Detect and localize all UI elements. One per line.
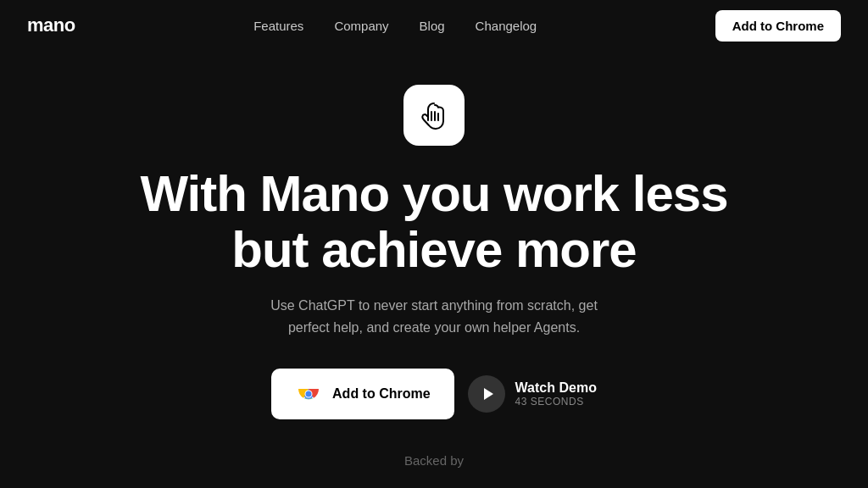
nav-links: Features Company Blog Changelog <box>253 19 537 33</box>
nav-add-to-chrome-button[interactable]: Add to Chrome <box>715 10 841 42</box>
logo: mano <box>27 14 75 36</box>
hero-title: With Mano you work less but achieve more <box>140 166 727 278</box>
app-icon-svg <box>415 97 453 134</box>
navbar: mano Features Company Blog Changelog Add… <box>0 0 868 51</box>
watch-demo-button[interactable]: Watch Demo 43 SECONDS <box>468 369 597 419</box>
demo-text-container: Watch Demo 43 SECONDS <box>515 380 597 408</box>
hero-section: With Mano you work less but achieve more… <box>0 51 868 468</box>
hero-subtitle: Use ChatGPT to never start anything from… <box>256 295 612 338</box>
nav-company[interactable]: Company <box>334 19 388 33</box>
cta-row: Add to Chrome Watch Demo 43 SECONDS <box>271 369 597 419</box>
demo-title: Watch Demo <box>515 380 597 396</box>
backed-by-text: Backed by <box>404 453 464 468</box>
nav-changelog[interactable]: Changelog <box>476 19 537 33</box>
add-to-chrome-label: Add to Chrome <box>332 386 431 402</box>
chrome-icon <box>295 380 322 408</box>
demo-duration: 43 SECONDS <box>515 396 597 408</box>
add-to-chrome-button[interactable]: Add to Chrome <box>271 369 454 419</box>
nav-features[interactable]: Features <box>253 19 303 33</box>
svg-marker-3 <box>484 388 493 400</box>
play-icon <box>480 386 495 402</box>
play-icon-container <box>468 375 505 413</box>
app-icon <box>403 85 465 146</box>
svg-point-2 <box>306 391 312 397</box>
nav-blog[interactable]: Blog <box>420 19 445 33</box>
